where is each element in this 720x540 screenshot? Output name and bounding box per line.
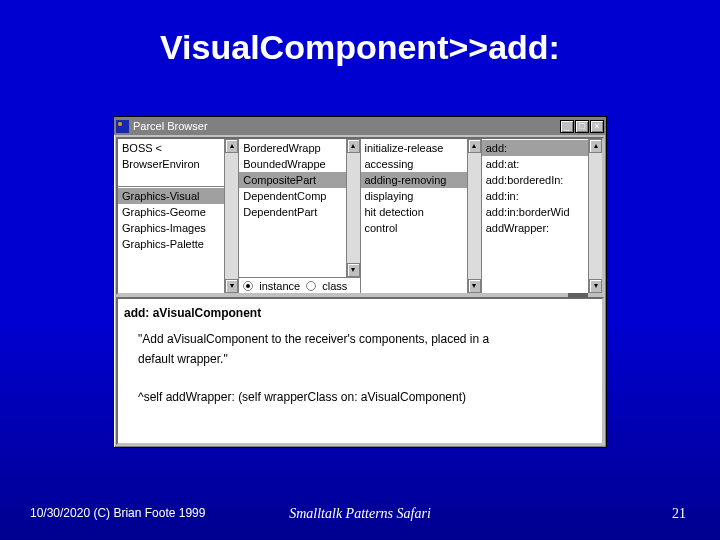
class-radio[interactable] bbox=[306, 281, 316, 291]
list-item[interactable]: BorderedWrapp bbox=[239, 140, 359, 156]
footer-date-copyright: 10/30/2020 (C) Brian Foote 1999 bbox=[30, 506, 205, 520]
app-icon bbox=[116, 120, 129, 133]
list-item[interactable]: Graphics-Geome bbox=[118, 204, 238, 220]
scroll-up-icon[interactable]: ▴ bbox=[589, 139, 602, 153]
class-label: class bbox=[322, 280, 347, 292]
list-item[interactable]: control bbox=[361, 220, 481, 236]
list-item[interactable]: add:at: bbox=[482, 156, 602, 172]
scrollbar[interactable]: ▴ ▾ bbox=[588, 139, 602, 293]
list-item[interactable]: add:borderedIn: bbox=[482, 172, 602, 188]
protocol-list[interactable]: initialize-release accessing adding-remo… bbox=[361, 139, 481, 293]
list-item[interactable]: BOSS < bbox=[118, 140, 238, 156]
scrollbar[interactable]: ▴ ▾ bbox=[224, 139, 238, 293]
scrollbar[interactable]: ▴ ▾ bbox=[346, 139, 360, 277]
list-item[interactable]: adding-removing bbox=[361, 172, 481, 188]
scroll-down-icon[interactable]: ▾ bbox=[225, 279, 238, 293]
method-signature: add: aVisualComponent bbox=[124, 303, 596, 323]
list-item[interactable]: CompositePart bbox=[239, 172, 359, 188]
instance-class-switch: instance class bbox=[239, 277, 359, 293]
scroll-up-icon[interactable]: ▴ bbox=[225, 139, 238, 153]
slide-footer: 10/30/2020 (C) Brian Foote 1999 Smalltal… bbox=[0, 506, 720, 522]
method-comment: "Add aVisualComponent to the receiver's … bbox=[124, 329, 596, 349]
list-item[interactable]: add:in: bbox=[482, 188, 602, 204]
list-item[interactable]: DependentComp bbox=[239, 188, 359, 204]
close-button[interactable]: × bbox=[590, 120, 604, 133]
class-list[interactable]: BorderedWrapp BoundedWrappe CompositePar… bbox=[239, 139, 359, 277]
window-title: Parcel Browser bbox=[133, 120, 559, 132]
list-item[interactable]: Graphics-Visual bbox=[118, 188, 238, 204]
parcel-list[interactable]: BOSS < BrowserEnviron bbox=[118, 139, 238, 187]
scroll-up-icon[interactable]: ▴ bbox=[468, 139, 481, 153]
scroll-down-icon[interactable]: ▾ bbox=[468, 279, 481, 293]
method-comment: default wrapper." bbox=[124, 349, 596, 369]
code-pane[interactable]: add: aVisualComponent "Add aVisualCompon… bbox=[116, 297, 604, 445]
class-pane: BorderedWrapp BoundedWrappe CompositePar… bbox=[239, 139, 360, 293]
list-item[interactable]: BrowserEnviron bbox=[118, 156, 238, 172]
scroll-down-icon[interactable]: ▾ bbox=[589, 279, 602, 293]
list-item[interactable]: hit detection bbox=[361, 204, 481, 220]
list-item[interactable]: addWrapper: bbox=[482, 220, 602, 236]
instance-radio[interactable] bbox=[243, 281, 253, 291]
list-item[interactable]: accessing bbox=[361, 156, 481, 172]
list-item[interactable]: DependentPart bbox=[239, 204, 359, 220]
category-pane: BOSS < BrowserEnviron Graphics-Visual Gr… bbox=[118, 139, 239, 293]
method-pane: add: add:at: add:borderedIn: add:in: add… bbox=[482, 139, 602, 293]
slide-title: VisualComponent>>add: bbox=[0, 0, 720, 67]
list-item[interactable]: Graphics-Palette bbox=[118, 236, 238, 252]
list-item[interactable]: initialize-release bbox=[361, 140, 481, 156]
minimize-button[interactable]: _ bbox=[560, 120, 574, 133]
list-item[interactable]: Graphics-Images bbox=[118, 220, 238, 236]
list-item[interactable]: displaying bbox=[361, 188, 481, 204]
method-body: ^self addWrapper: (self wrapperClass on:… bbox=[124, 387, 596, 407]
scrollbar[interactable]: ▴ ▾ bbox=[467, 139, 481, 293]
browser-panes: BOSS < BrowserEnviron Graphics-Visual Gr… bbox=[116, 137, 604, 295]
browser-window: Parcel Browser _ □ × BOSS < BrowserEnvir… bbox=[113, 116, 607, 448]
method-list[interactable]: add: add:at: add:borderedIn: add:in: add… bbox=[482, 139, 602, 293]
maximize-button[interactable]: □ bbox=[575, 120, 589, 133]
list-item[interactable]: BoundedWrappe bbox=[239, 156, 359, 172]
category-list[interactable]: Graphics-Visual Graphics-Geome Graphics-… bbox=[118, 187, 238, 277]
protocol-pane: initialize-release accessing adding-remo… bbox=[361, 139, 482, 293]
scroll-down-icon[interactable]: ▾ bbox=[347, 263, 360, 277]
splitter-handle[interactable] bbox=[568, 293, 588, 298]
list-item[interactable]: add:in:borderWid bbox=[482, 204, 602, 220]
scroll-up-icon[interactable]: ▴ bbox=[347, 139, 360, 153]
slide-number: 21 bbox=[672, 506, 686, 522]
instance-label: instance bbox=[259, 280, 300, 292]
list-item[interactable]: add: bbox=[482, 140, 602, 156]
titlebar[interactable]: Parcel Browser _ □ × bbox=[114, 117, 606, 135]
